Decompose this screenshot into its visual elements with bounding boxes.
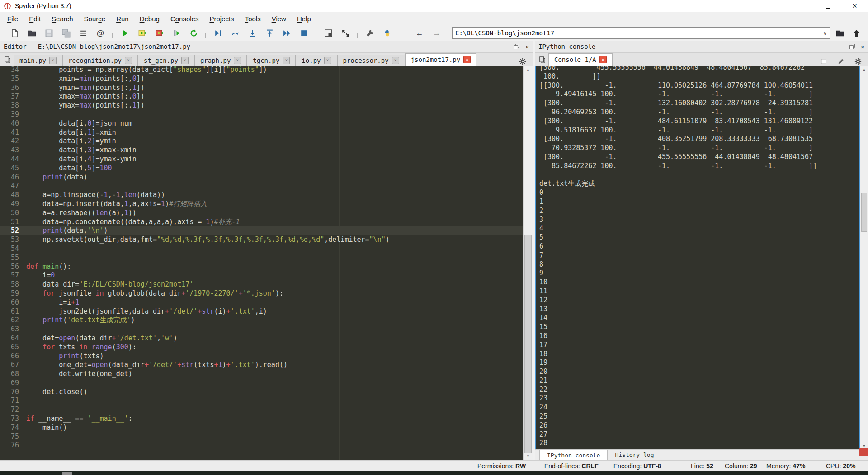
undock-icon[interactable] [514,43,520,50]
close-tab-icon[interactable]: ✕ [283,57,290,64]
line-number: 41 [0,128,26,137]
continue-button[interactable] [280,27,293,39]
file-switcher-button[interactable] [77,27,90,39]
menu-consoles[interactable]: Consoles [165,13,204,25]
file-switcher-icon [79,29,88,38]
run-button[interactable] [118,27,131,39]
minimize-button[interactable] [788,0,815,12]
browse-tabs-button[interactable] [536,54,548,66]
menu-run[interactable]: Run [111,13,134,25]
open-folder-button[interactable] [25,27,38,39]
parent-dir-button[interactable] [850,27,863,39]
run-selection-button[interactable] [170,27,183,39]
code-line-73: 73if __name__ == '__main__': [0,414,524,423]
close-tab-icon[interactable]: ✕ [49,57,57,64]
scroll-down-icon[interactable]: ▼ [524,452,533,460]
code-text: print(data) [26,173,87,182]
tab-st_gcn-py[interactable]: st_gcn.py✕ [138,55,194,66]
tab-io-py[interactable]: io.py✕ [296,55,337,66]
code-line-44: 44 data[i,4]=ymax-ymin [0,155,524,164]
fullscreen-button[interactable] [339,27,352,39]
run-cell-advance-button[interactable] [153,27,165,39]
menu-tools[interactable]: Tools [240,13,266,25]
code-text: i=i+1 [26,298,79,307]
menu-help[interactable]: Help [292,13,316,25]
tab-graph-py[interactable]: graph.py✕ [194,55,247,66]
rerun-button[interactable] [187,27,200,39]
close-tab-icon[interactable]: ✕ [181,57,189,64]
menu-bar: FileEditSearchSourceRunDebugConsolesProj… [0,12,868,25]
preferences-button[interactable] [363,27,376,39]
code-editor[interactable]: 34 points = np.array(data_dict["shapes"]… [0,66,524,460]
new-file-button[interactable] [8,27,21,39]
step-over-icon [231,29,240,38]
maximize-button[interactable] [815,0,841,12]
scroll-up-icon[interactable]: ▲ [860,66,868,74]
line-number: 63 [0,325,26,334]
console-scrollbar-thumb[interactable] [861,193,867,232]
menu-file[interactable]: File [2,13,24,25]
tab-tgcn-py[interactable]: tgcn.py✕ [247,55,296,66]
menu-view[interactable]: View [266,13,292,25]
save-button[interactable] [42,27,55,39]
step-out-button[interactable] [263,27,276,39]
editor-scrollbar-thumb[interactable] [524,235,532,453]
line-number: 50 [0,209,26,218]
menu-debug[interactable]: Debug [134,13,165,25]
console-bottom-tabs: IPython consoleHistory log [535,449,868,460]
window-title: Spyder (Python 3.7) [15,2,71,9]
bottom-tab-history-log[interactable]: History log [608,450,661,460]
forward-button[interactable]: → [430,27,443,39]
code-text: if __name__ == '__main__': [26,414,132,423]
edit-icon [837,58,844,65]
run-cell-button[interactable] [136,27,148,39]
back-button[interactable]: ← [413,27,426,39]
python-path-button[interactable] [381,27,393,39]
close-button[interactable]: ✕ [841,0,868,12]
editor-scrollbar[interactable]: ▲ ▼ [523,66,533,460]
console-output[interactable]: [300. 455.55555556 44.01438849 48.480415… [535,66,860,450]
step-into-button[interactable] [246,27,259,39]
code-text: json2det(jsonfile,data_dir+'/det/'+str(i… [26,307,267,316]
menu-projects[interactable]: Projects [204,13,239,25]
close-tab-icon[interactable]: ✕ [599,56,607,63]
tab-recognition-py[interactable]: recognition.py✕ [62,55,138,66]
combo-dropdown-icon[interactable]: ∨ [821,30,830,36]
stop-button[interactable] [297,27,310,39]
close-tab-icon[interactable]: ✕ [392,57,399,64]
tab-json2mot17-py[interactable]: json2mot17.py✕ [405,53,477,66]
code-text: det.close() [26,388,87,397]
step-over-button[interactable] [229,27,241,39]
menu-edit[interactable]: Edit [24,13,46,25]
tab-processor-py[interactable]: processor.py✕ [337,55,405,66]
bottom-tab-ipython-console[interactable]: IPython console [539,450,608,460]
console-scrollbar[interactable]: ▲ ▼ [860,66,868,450]
tab-console-1a[interactable]: Console 1/A ✕ [548,53,613,66]
line-number: 34 [0,66,26,75]
save-all-button[interactable] [60,27,72,39]
scroll-up-icon[interactable]: ▲ [524,66,533,74]
open-dir-button[interactable] [834,27,846,39]
line-number: 55 [0,254,26,263]
line-number: 35 [0,75,26,84]
close-tab-icon[interactable]: ✕ [324,57,331,64]
menu-source[interactable]: Source [79,13,111,25]
browse-tabs-button[interactable] [1,54,14,66]
line-number: 44 [0,155,26,164]
maximize-pane-button[interactable] [322,27,335,39]
code-line-36: 36 ymin=min(points[:,1]) [0,84,524,93]
close-tab-icon[interactable]: ✕ [125,57,132,64]
undock-icon[interactable] [849,43,855,50]
close-tab-icon[interactable]: ✕ [234,57,241,64]
close-pane-icon[interactable]: ✕ [861,44,864,50]
tab-main-py[interactable]: main.py✕ [14,55,62,66]
console-line-38: 24 [539,403,859,412]
close-pane-icon[interactable]: ✕ [525,44,529,50]
menu-search[interactable]: Search [46,13,79,25]
debug-button[interactable] [212,27,224,39]
working-directory-input[interactable] [453,29,821,37]
find-button[interactable]: @ [94,27,107,39]
debug-icon [214,29,222,38]
working-directory-combo[interactable]: ∨ [452,27,830,39]
close-tab-icon[interactable]: ✕ [463,56,471,63]
